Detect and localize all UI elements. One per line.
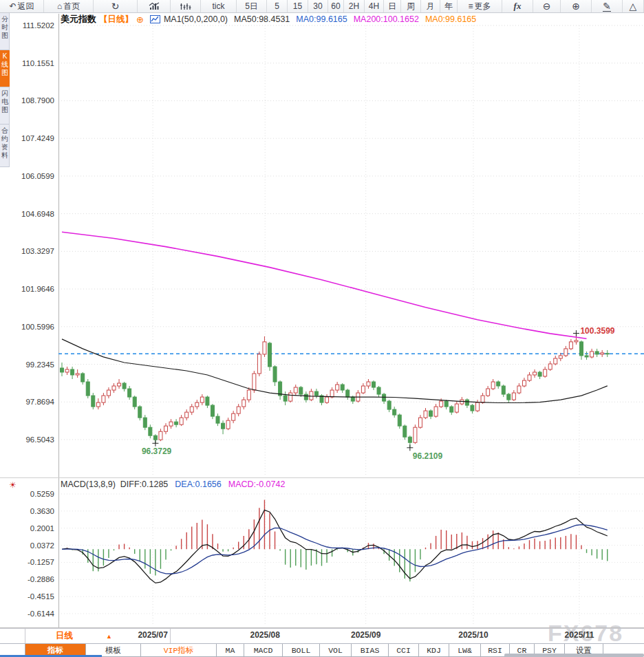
month-label-2025-08: 2025/08 bbox=[241, 630, 289, 640]
macd-histogram bbox=[62, 500, 608, 582]
svg-text:-0.4515: -0.4515 bbox=[28, 592, 54, 601]
svg-text:106.0599: 106.0599 bbox=[21, 172, 54, 180]
svg-text:0.5259: 0.5259 bbox=[30, 490, 54, 498]
macd-grid-and-axis: 0.52590.36300.20010.0372-0.1257-0.2886-0… bbox=[28, 490, 644, 618]
svg-text:0.0372: 0.0372 bbox=[30, 541, 54, 550]
ma50-value: MA50:98.4531 bbox=[234, 14, 290, 24]
candles bbox=[61, 333, 610, 447]
svg-text:101.9646: 101.9646 bbox=[21, 285, 54, 293]
tab-LW&[interactable]: LW& bbox=[449, 644, 481, 657]
svg-text:111.5202: 111.5202 bbox=[23, 21, 54, 30]
period-selector-arrow-icon: ▲ bbox=[106, 633, 112, 640]
month-label-2025-10: 2025/10 bbox=[449, 630, 497, 640]
svg-text:100.5996: 100.5996 bbox=[21, 323, 54, 331]
svg-text:-0.1257: -0.1257 bbox=[28, 558, 54, 566]
period-selector-label: 日线 bbox=[56, 630, 73, 642]
month-gridlines bbox=[153, 25, 579, 626]
kline-mini-icon bbox=[150, 15, 160, 23]
tab-KDJ[interactable]: KDJ bbox=[419, 644, 449, 657]
panel-borders bbox=[0, 14, 644, 628]
x-axis-date-row: 日线 ▲ 2025/072025/082025/092025/102025/11 bbox=[0, 628, 644, 644]
tab-MACD[interactable]: MACD bbox=[244, 644, 283, 657]
svg-text:96.2109: 96.2109 bbox=[413, 451, 443, 461]
svg-text:96.5043: 96.5043 bbox=[25, 435, 54, 444]
month-label-2025-09: 2025/09 bbox=[342, 630, 390, 640]
indicator-settings-icon[interactable]: ☀ bbox=[9, 480, 17, 490]
period-badge[interactable]: 【日线】 bbox=[99, 14, 133, 25]
symbol-name: 美元指数 bbox=[61, 13, 96, 25]
horizontal-scrollbar-thumb[interactable] bbox=[504, 654, 644, 657]
svg-text:103.3297: 103.3297 bbox=[21, 247, 54, 255]
tab-CCI[interactable]: CCI bbox=[389, 644, 419, 657]
svg-text:104.6948: 104.6948 bbox=[21, 210, 54, 218]
month-label-2025-07: 2025/07 bbox=[129, 630, 177, 640]
svg-text:96.3729: 96.3729 bbox=[142, 446, 172, 456]
macd-header: MACD(13,8,9) DIFF:0.1285 DEA:0.1656 MACD… bbox=[61, 479, 285, 489]
svg-text:99.2345: 99.2345 bbox=[25, 360, 54, 369]
tab-MA[interactable]: MA bbox=[217, 644, 244, 657]
trading-app-window: ↶返回⌂首页↻tick5日51530602H4H日周月年≡更多fx⊖⊕✎△ 分时… bbox=[0, 0, 644, 657]
macd-dea-value: DEA:0.1656 bbox=[175, 480, 221, 489]
tab-BOLL[interactable]: BOLL bbox=[283, 644, 320, 657]
svg-text:-0.2886: -0.2886 bbox=[28, 575, 54, 583]
ma0-blue-value: MA0:99.6165 bbox=[296, 14, 347, 24]
tab-VOL[interactable]: VOL bbox=[320, 644, 352, 657]
ma50-line bbox=[62, 339, 608, 403]
macd-lines bbox=[62, 510, 608, 583]
tab-BIAS[interactable]: BIAS bbox=[352, 644, 389, 657]
svg-text:97.8694: 97.8694 bbox=[25, 398, 54, 406]
svg-text:100.3599: 100.3599 bbox=[580, 326, 614, 336]
ma0-orange-value: MA0:99.6165 bbox=[425, 14, 476, 24]
ma-settings-label: MA1(50,0,200,0) bbox=[164, 14, 228, 24]
ma200-value: MA200:100.1652 bbox=[354, 14, 419, 24]
svg-text:110.1551: 110.1551 bbox=[22, 59, 54, 67]
price-and-macd-chart[interactable]: 111.5202110.1551108.7900107.4249106.0599… bbox=[0, 0, 644, 657]
main-grid-and-axis: 111.5202110.1551108.7900107.4249106.0599… bbox=[21, 21, 644, 444]
svg-text:0.2001: 0.2001 bbox=[30, 524, 54, 532]
month-label-2025-11: 2025/11 bbox=[555, 630, 603, 640]
macd-bar-value: MACD:-0.0742 bbox=[228, 480, 286, 489]
main-chart-header: 美元指数 【日线】 ⊕ MA1(50,0,200,0) MA50:98.4531… bbox=[61, 14, 476, 25]
ma200-line bbox=[62, 232, 587, 338]
svg-text:0.3630: 0.3630 bbox=[30, 507, 54, 515]
tab-VIP指标[interactable]: VIP指标 bbox=[141, 644, 217, 657]
macd-title-and-diff: MACD(13,8,9) DIFF:0.1285 bbox=[61, 480, 168, 489]
svg-text:107.4249: 107.4249 bbox=[21, 134, 54, 142]
svg-text:-0.6144: -0.6144 bbox=[28, 610, 55, 618]
svg-text:108.7900: 108.7900 bbox=[21, 96, 54, 105]
add-compare-icon[interactable]: ⊕ bbox=[136, 14, 144, 25]
